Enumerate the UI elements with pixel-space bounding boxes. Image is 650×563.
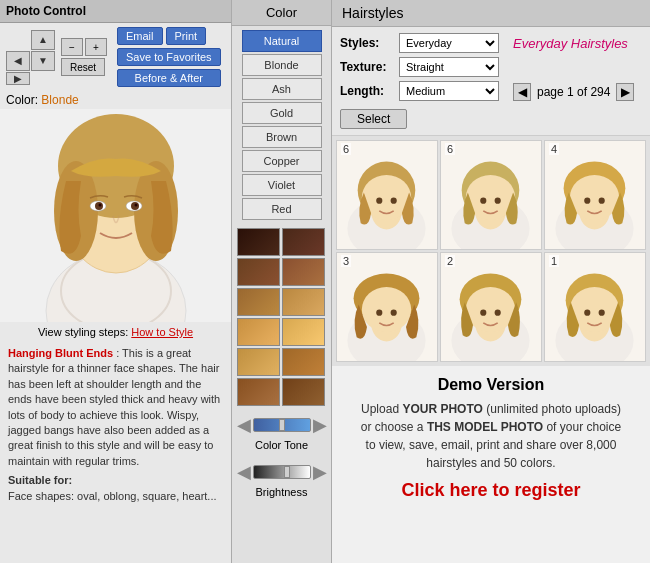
demo-text4: of your choice xyxy=(543,420,621,434)
length-label: Length: xyxy=(340,84,395,98)
hairstyle-item-6[interactable]: 1 xyxy=(544,252,646,362)
color-swatches xyxy=(237,228,327,406)
nav-arrows: ▲ ◀ ▼ ▶ xyxy=(6,30,55,85)
swatch-10[interactable] xyxy=(282,348,325,376)
middle-panel: Color Natural Blonde Ash Gold Brown Copp… xyxy=(232,0,332,563)
svg-point-35 xyxy=(376,310,382,316)
hairstyle-svg-1 xyxy=(337,141,437,249)
swatch-6[interactable] xyxy=(282,288,325,316)
reset-btn[interactable]: Reset xyxy=(61,58,105,76)
svg-point-23 xyxy=(480,198,486,204)
hairstyle-item-1[interactable]: 6 xyxy=(336,140,438,250)
hairstyle-svg-5 xyxy=(441,253,541,361)
register-link[interactable]: Click here to register xyxy=(348,480,634,501)
prev-page-btn[interactable]: ◀ xyxy=(513,83,531,101)
brightness-arrow-right[interactable]: ▶ xyxy=(313,461,327,483)
demo-description: Upload YOUR PHOTO (unlimited photo uploa… xyxy=(348,400,634,472)
swatch-12[interactable] xyxy=(282,378,325,406)
brightness-slider-track[interactable] xyxy=(253,465,311,479)
color-brown-btn[interactable]: Brown xyxy=(242,126,322,148)
tone-slider-row: ◀ ▶ xyxy=(237,414,327,436)
color-ash-btn[interactable]: Ash xyxy=(242,78,322,100)
color-value: Blonde xyxy=(41,93,78,107)
svg-point-17 xyxy=(376,198,382,204)
next-page-btn[interactable]: ▶ xyxy=(616,83,634,101)
brightness-arrow-left[interactable]: ◀ xyxy=(237,461,251,483)
demo-ths: THS MODEL PHOTO xyxy=(427,420,543,434)
swatch-8[interactable] xyxy=(282,318,325,346)
svg-point-42 xyxy=(495,310,501,316)
color-copper-btn[interactable]: Copper xyxy=(242,150,322,172)
color-prefix: Color: xyxy=(6,93,38,107)
color-buttons: Natural Blonde Ash Gold Brown Copper Vio… xyxy=(232,26,331,224)
save-favorites-btn[interactable]: Save to Favorites xyxy=(117,48,221,66)
color-violet-btn[interactable]: Violet xyxy=(242,174,322,196)
svg-point-47 xyxy=(584,310,590,316)
color-blonde-btn[interactable]: Blonde xyxy=(242,54,322,76)
svg-point-41 xyxy=(480,310,486,316)
nav-up-btn[interactable]: ▲ xyxy=(31,30,55,50)
page-info: page 1 of 294 xyxy=(537,85,610,99)
length-select[interactable]: Medium Short Long xyxy=(399,81,499,101)
pagination-row: ◀ page 1 of 294 ▶ xyxy=(513,83,634,101)
texture-select[interactable]: Straight Wavy Curly xyxy=(399,57,499,77)
demo-text2: (unlimited photo uploads) xyxy=(483,402,621,416)
svg-point-36 xyxy=(391,310,397,316)
right-panel: Hairstyles Styles: Everyday Formal Casua… xyxy=(332,0,650,563)
nav-left-btn[interactable]: ◀ xyxy=(6,51,30,71)
demo-your-photo: YOUR PHOTO xyxy=(402,402,482,416)
brightness-slider-row: ◀ ▶ xyxy=(237,461,327,483)
swatch-3[interactable] xyxy=(237,258,280,286)
svg-point-48 xyxy=(599,310,605,316)
demo-text5: to view, save, email, print and share ov… xyxy=(366,438,617,452)
email-btn[interactable]: Email xyxy=(117,27,163,45)
color-gold-btn[interactable]: Gold xyxy=(242,102,322,124)
print-btn[interactable]: Print xyxy=(166,27,207,45)
demo-text3: or choose a xyxy=(361,420,427,434)
hairstyle-item-2[interactable]: 6 xyxy=(440,140,542,250)
demo-section: Demo Version Upload YOUR PHOTO (unlimite… xyxy=(332,366,650,563)
zoom-controls: − + Reset xyxy=(61,38,107,76)
style-title: Hanging Blunt Ends xyxy=(8,347,113,359)
before-after-btn[interactable]: Before & After xyxy=(117,69,221,87)
select-btn[interactable]: Select xyxy=(340,109,407,129)
color-natural-btn[interactable]: Natural xyxy=(242,30,322,52)
styles-select[interactable]: Everyday Formal Casual xyxy=(399,33,499,53)
slider-arrow-right[interactable]: ▶ xyxy=(313,414,327,436)
swatch-4[interactable] xyxy=(282,258,325,286)
zoom-minus-btn[interactable]: − xyxy=(61,38,83,56)
hairstyle-svg-3 xyxy=(545,141,645,249)
hairstyle-item-5[interactable]: 2 xyxy=(440,252,542,362)
color-red-btn[interactable]: Red xyxy=(242,198,322,220)
hairstyle-num-1: 6 xyxy=(341,143,351,155)
swatch-11[interactable] xyxy=(237,378,280,406)
tone-slider-thumb[interactable] xyxy=(279,419,285,431)
hairstyle-item-4[interactable]: 3 xyxy=(336,252,438,362)
length-row: Length: Medium Short Long ◀ page 1 of 29… xyxy=(340,81,642,101)
face-shapes-text: Face shapes: oval, oblong, square, heart… xyxy=(8,489,223,504)
photo-nav: ▲ ◀ ▼ ▶ − + Reset Email Print Save to Fa… xyxy=(0,23,231,91)
swatch-2[interactable] xyxy=(282,228,325,256)
slider-arrow-left[interactable]: ◀ xyxy=(237,414,251,436)
how-to-style-link[interactable]: How to Style xyxy=(131,326,193,338)
swatch-5[interactable] xyxy=(237,288,280,316)
demo-version-title: Demo Version xyxy=(348,376,634,394)
zoom-plus-btn[interactable]: + xyxy=(85,38,107,56)
svg-point-11 xyxy=(98,203,101,206)
hairstyle-item-3[interactable]: 4 xyxy=(544,140,646,250)
svg-point-12 xyxy=(134,203,137,206)
swatch-1[interactable] xyxy=(237,228,280,256)
hairstyle-num-6: 1 xyxy=(549,255,559,267)
color-panel-header: Color xyxy=(232,0,331,26)
swatch-7[interactable] xyxy=(237,318,280,346)
svg-point-29 xyxy=(584,198,590,204)
swatch-9[interactable] xyxy=(237,348,280,376)
photo-control-header: Photo Control xyxy=(0,0,231,23)
texture-label: Texture: xyxy=(340,60,395,74)
nav-down-btn[interactable]: ▼ xyxy=(31,51,55,71)
hairstyle-num-5: 2 xyxy=(445,255,455,267)
tone-slider-track[interactable] xyxy=(253,418,311,432)
hairstyle-num-3: 4 xyxy=(549,143,559,155)
nav-right-btn[interactable]: ▶ xyxy=(6,72,30,85)
brightness-slider-thumb[interactable] xyxy=(284,466,290,478)
